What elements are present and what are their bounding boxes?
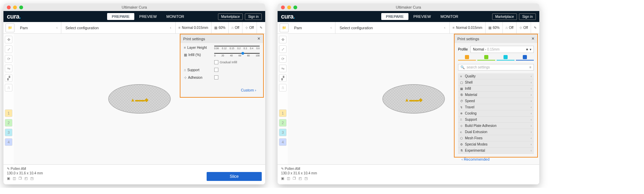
edit-icon[interactable]: ✎ xyxy=(531,22,539,33)
scale-tool-icon[interactable]: ⤢ xyxy=(279,45,287,53)
quality-tab-2[interactable] xyxy=(477,54,495,61)
tab-preview[interactable]: PREVIEW xyxy=(408,13,436,20)
ext4-chip[interactable]: 4 xyxy=(5,138,12,146)
move-tool-icon[interactable]: ✥ xyxy=(279,36,287,43)
view-layers-icon[interactable]: ❐ xyxy=(19,176,22,180)
category-support[interactable]: ⎍Support‹ xyxy=(458,117,534,123)
signin-button[interactable]: Sign in xyxy=(519,13,536,20)
category-meshfixes[interactable]: ⬡Mesh Fixes‹ xyxy=(458,135,534,141)
viewport-3d[interactable]: ▲▬▬◆ Print settings ✕ Profile Normal - 0… xyxy=(288,34,539,164)
category-material[interactable]: ⦿Material‹ xyxy=(458,92,534,98)
adhesion-checkbox[interactable] xyxy=(214,75,218,79)
view-front-icon[interactable]: ◰ xyxy=(24,176,28,180)
ext4-chip[interactable]: 4 xyxy=(279,138,287,146)
category-quality[interactable]: ≡Quality‹ xyxy=(458,73,534,79)
open-file-button[interactable]: 📁 xyxy=(6,23,14,32)
infill-chip[interactable]: ▦60% xyxy=(211,22,229,33)
close-window-icon[interactable] xyxy=(281,6,285,9)
rotate-tool-icon[interactable]: ⟳ xyxy=(5,55,12,63)
slice-button[interactable]: Slice xyxy=(207,172,262,181)
chip-icon xyxy=(465,55,469,59)
tab-monitor[interactable]: MONITOR xyxy=(436,13,463,20)
layer-height-slider[interactable]: 0.060.120.150.20.30.40.6 xyxy=(214,46,260,50)
zoom-window-icon[interactable] xyxy=(293,6,297,9)
support-chip[interactable]: ⎍Off xyxy=(503,22,517,33)
ext2-chip[interactable]: 2 xyxy=(279,119,287,127)
model-name: Pollen AM xyxy=(11,167,26,171)
tab-preview[interactable]: PREVIEW xyxy=(134,13,162,20)
menu-icon[interactable]: ≡ xyxy=(529,65,531,69)
view-layers-icon[interactable]: ❐ xyxy=(293,176,296,180)
mirror-tool-icon[interactable]: ⇋ xyxy=(279,65,287,72)
infill-slider[interactable]: 020406080100 xyxy=(214,53,260,57)
close-window-icon[interactable] xyxy=(7,6,11,9)
mesh-tool-icon[interactable]: ▞ xyxy=(5,74,12,82)
config-selector[interactable]: Select configuration‹ xyxy=(335,22,450,33)
marketplace-button[interactable]: Marketplace xyxy=(492,13,517,20)
view-solid-icon[interactable]: ▣ xyxy=(281,176,284,180)
marketplace-button[interactable]: Marketplace xyxy=(218,13,243,20)
model-preview-icon: ▲▬▬◆ xyxy=(405,97,423,103)
recommended-button[interactable]: ‹Recommended xyxy=(461,157,489,161)
category-speed[interactable]: ⏱Speed‹ xyxy=(458,98,534,104)
ext3-chip[interactable]: 3 xyxy=(5,129,12,136)
category-shell[interactable]: ▢Shell‹ xyxy=(458,79,534,86)
quality-tab-1[interactable] xyxy=(458,54,476,61)
layers-icon: ≡ xyxy=(178,26,180,30)
category-experimental[interactable]: ⚗Experimental‹ xyxy=(458,148,534,154)
profile-chip[interactable]: ≡Normal 0.015mm xyxy=(176,22,211,33)
scale-tool-icon[interactable]: ⤢ xyxy=(5,45,12,53)
signin-button[interactable]: Sign in xyxy=(245,13,262,20)
custom-button[interactable]: Custom› xyxy=(241,88,256,92)
category-special[interactable]: ⚙Special Modes‹ xyxy=(458,141,534,148)
tab-prepare[interactable]: PREPARE xyxy=(381,13,409,20)
category-cooling[interactable]: ❄Cooling‹ xyxy=(458,110,534,117)
edit-icon[interactable]: ✎ xyxy=(257,22,265,33)
quality-tab-4[interactable] xyxy=(516,54,534,61)
printer-selector[interactable]: Pam‹ xyxy=(291,22,335,33)
category-dual[interactable]: ⎌Dual Extrusion‹ xyxy=(458,129,534,135)
printer-selector[interactable]: Pam‹ xyxy=(17,22,61,33)
open-file-button[interactable]: 📁 xyxy=(280,23,289,32)
infill-chip[interactable]: ▦60% xyxy=(486,22,503,33)
ext1-chip[interactable]: 1 xyxy=(5,109,12,117)
adhesion-chip[interactable]: ⊹Off xyxy=(242,22,257,33)
view-xray-icon[interactable]: ◫ xyxy=(287,176,290,180)
support-checkbox[interactable] xyxy=(214,68,218,72)
close-panel-icon[interactable]: ✕ xyxy=(531,36,534,41)
adhesion-chip[interactable]: ⊹Off xyxy=(517,22,531,33)
quality-tab-3[interactable] xyxy=(497,54,515,61)
rotate-tool-icon[interactable]: ⟳ xyxy=(279,55,287,63)
config-selector[interactable]: Select configuration‹ xyxy=(61,22,176,33)
tab-prepare[interactable]: PREPARE xyxy=(107,13,135,20)
zoom-window-icon[interactable] xyxy=(19,6,23,9)
ext2-chip[interactable]: 2 xyxy=(5,119,12,127)
view-xray-icon[interactable]: ◫ xyxy=(13,176,16,180)
view-iso-icon[interactable]: ◳ xyxy=(30,176,33,180)
support-chip[interactable]: ⎍Off xyxy=(229,22,242,33)
profile-chip[interactable]: ≡Normal 0.015mm xyxy=(450,22,486,33)
search-input[interactable]: 🔍 search settings ≡ xyxy=(458,64,534,71)
view-solid-icon[interactable]: ▣ xyxy=(7,176,10,180)
minimize-window-icon[interactable] xyxy=(287,6,291,9)
close-panel-icon[interactable]: ✕ xyxy=(257,36,260,41)
model-name: Pollen AM xyxy=(285,167,300,171)
viewport-3d[interactable]: ▲▬▬◆ Print settings ✕ ≡Layer Height 0.06… xyxy=(14,34,265,164)
view-front-icon[interactable]: ◰ xyxy=(299,176,302,180)
support-tool-icon[interactable]: ⎍ xyxy=(5,84,12,91)
tab-monitor[interactable]: MONITOR xyxy=(162,13,189,20)
support-tool-icon[interactable]: ⎍ xyxy=(279,84,287,91)
ext1-chip[interactable]: 1 xyxy=(279,109,287,117)
mesh-tool-icon[interactable]: ▞ xyxy=(279,74,287,82)
profile-selector[interactable]: Normal - 0.15mm ★ ▾ xyxy=(470,46,534,53)
view-iso-icon[interactable]: ◳ xyxy=(304,176,308,180)
ext3-chip[interactable]: 3 xyxy=(279,129,287,136)
pencil-icon: ✎ xyxy=(7,167,10,171)
category-travel[interactable]: ↯Travel‹ xyxy=(458,104,534,110)
move-tool-icon[interactable]: ✥ xyxy=(5,36,12,43)
mirror-tool-icon[interactable]: ⇋ xyxy=(5,65,12,72)
minimize-window-icon[interactable] xyxy=(13,6,17,9)
category-infill[interactable]: ▦Infill‹ xyxy=(458,86,534,92)
gradual-infill-checkbox[interactable] xyxy=(214,60,218,64)
category-adhesion[interactable]: ⊹Build Plate Adhesion‹ xyxy=(458,123,534,129)
